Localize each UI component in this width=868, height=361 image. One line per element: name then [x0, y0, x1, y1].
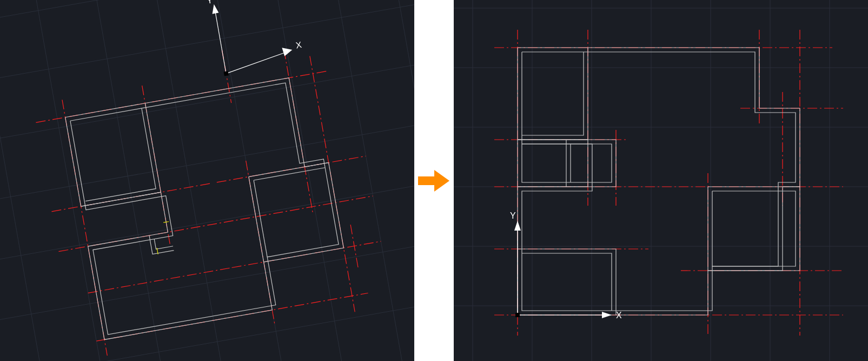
centerlines-before: [29, 28, 392, 361]
arrow-right-icon: [418, 170, 450, 192]
svg-line-29: [350, 225, 358, 267]
svg-line-11: [147, 0, 235, 361]
ucs-icon-after: Y X: [510, 211, 622, 320]
transition-arrow: [414, 0, 454, 361]
svg-line-32: [215, 10, 226, 74]
svg-line-4: [0, 168, 414, 271]
grid-after: [454, 0, 868, 361]
svg-line-15: [381, 0, 414, 361]
svg-line-9: [30, 0, 118, 361]
axis-label-y: Y: [206, 0, 214, 5]
walls-after: [518, 48, 800, 315]
svg-line-0: [0, 0, 414, 37]
svg-line-8: [0, 0, 59, 361]
svg-line-5: [0, 227, 414, 330]
cad-viewport-after[interactable]: Y X: [454, 0, 868, 361]
axis-label-y: Y: [510, 211, 516, 220]
axis-label-x: X: [616, 311, 622, 320]
ucs-icon-before: Y X: [206, 0, 305, 77]
walls-before: [65, 74, 352, 339]
svg-line-2: [0, 51, 414, 154]
svg-line-3: [0, 109, 414, 213]
svg-line-13: [264, 0, 352, 361]
axis-label-x: X: [295, 40, 303, 50]
svg-line-14: [323, 0, 411, 361]
svg-marker-66: [514, 221, 521, 231]
cad-viewport-before[interactable]: Y X: [0, 0, 414, 361]
svg-marker-68: [602, 312, 612, 318]
svg-line-1: [0, 0, 414, 95]
svg-line-30: [163, 221, 169, 222]
grid-before: [0, 0, 414, 361]
svg-line-34: [224, 52, 289, 74]
svg-line-7: [0, 344, 414, 361]
svg-marker-33: [211, 4, 219, 14]
svg-line-20: [88, 268, 232, 293]
